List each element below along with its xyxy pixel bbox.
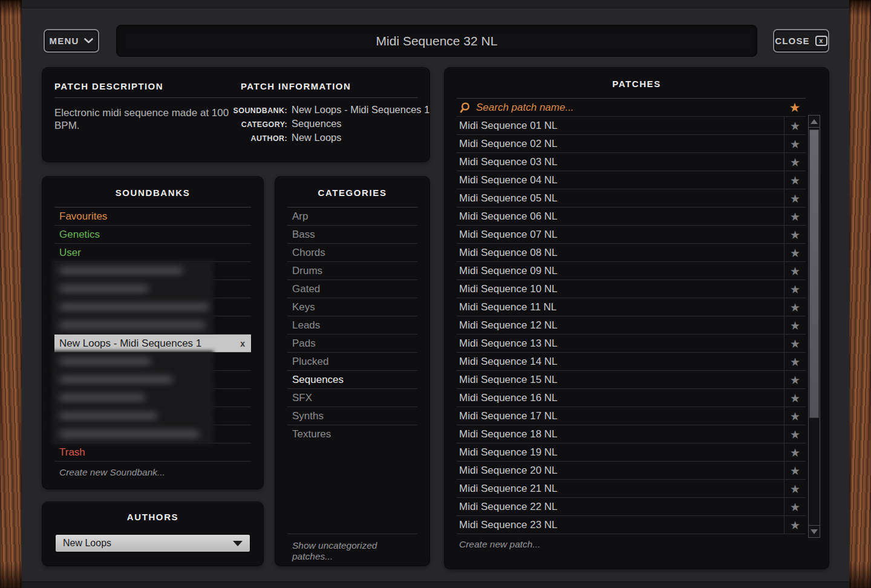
patch-name: Midi Sequence 04 NL (457, 174, 784, 186)
soundbank-item-favourites[interactable]: Favourites (54, 207, 251, 226)
patch-row[interactable]: Midi Sequence 13 NL★ (457, 335, 806, 353)
favourite-star-icon[interactable]: ★ (784, 153, 806, 171)
favourite-star-icon[interactable]: ★ (784, 135, 806, 152)
favourite-star-icon[interactable]: ★ (784, 335, 806, 352)
soundbank-label: SOUNDBANK: (194, 106, 292, 115)
patch-row[interactable]: Midi Sequence 11 NL★ (457, 298, 806, 316)
favourite-star-icon[interactable]: ★ (784, 480, 806, 497)
menu-button[interactable]: MENU (44, 29, 99, 53)
patch-row[interactable]: Midi Sequence 21 NL★ (457, 480, 806, 498)
blurred-soundbank-name (59, 412, 157, 420)
patch-row[interactable]: Midi Sequence 06 NL★ (457, 207, 806, 226)
category-item-drums[interactable]: Drums (287, 262, 417, 280)
category-item-arp[interactable]: Arp (287, 207, 417, 226)
category-item-plucked[interactable]: Plucked (287, 353, 417, 371)
category-item-synths[interactable]: Synths (287, 407, 417, 425)
create-patch-link[interactable]: Create new patch... (457, 534, 543, 550)
favourite-star-icon[interactable]: ★ (784, 117, 806, 134)
scroll-up-button[interactable] (808, 115, 820, 128)
category-item-keys[interactable]: Keys (287, 298, 417, 316)
soundbank-row-blurred[interactable] (54, 353, 251, 371)
favourite-star-icon[interactable]: ★ (784, 462, 806, 479)
category-item-chords[interactable]: Chords (287, 244, 417, 262)
soundbank-item-user[interactable]: User (54, 244, 251, 262)
favourite-star-icon[interactable]: ★ (784, 389, 806, 407)
soundbank-value: New Loops - Midi Sequences 1 (292, 104, 429, 116)
patch-row[interactable]: Midi Sequence 22 NL★ (457, 498, 806, 516)
favourite-star-icon[interactable]: ★ (784, 425, 806, 443)
category-item-sfx[interactable]: SFX (287, 389, 417, 407)
patch-row[interactable]: Midi Sequence 01 NL★ (457, 117, 806, 135)
patch-information-header: PATCH INFORMATION (241, 81, 351, 91)
blurred-soundbank-name (59, 285, 149, 293)
favourite-star-icon[interactable]: ★ (784, 407, 806, 425)
create-soundbank-link[interactable]: Create new Soundbank... (54, 462, 251, 478)
patch-row[interactable]: Midi Sequence 12 NL★ (457, 316, 806, 335)
blurred-soundbank-name (59, 303, 209, 311)
patch-row[interactable]: Midi Sequence 16 NL★ (457, 389, 806, 407)
soundbank-item-selected[interactable]: New Loops - Midi Sequences 1x (54, 335, 251, 353)
close-button[interactable]: CLOSE x (773, 29, 829, 53)
remove-soundbank-icon[interactable]: x (240, 339, 245, 348)
category-item-pads[interactable]: Pads (287, 335, 417, 353)
favourite-star-icon[interactable]: ★ (784, 244, 806, 261)
show-uncategorized-link[interactable]: Show uncategorized patches... (287, 534, 417, 562)
favourite-star-icon[interactable]: ★ (784, 226, 806, 243)
favourite-star-icon[interactable]: ★ (784, 207, 806, 225)
scrollbar-thumb[interactable] (809, 129, 819, 418)
soundbank-row-blurred[interactable] (54, 280, 251, 298)
soundbank-row-blurred[interactable] (54, 262, 251, 280)
patch-row[interactable]: Midi Sequence 02 NL★ (457, 135, 806, 153)
patch-row[interactable]: Midi Sequence 18 NL★ (457, 425, 806, 443)
category-item-leads[interactable]: Leads (287, 316, 417, 335)
favourite-star-icon[interactable]: ★ (784, 371, 806, 388)
patch-row[interactable]: Midi Sequence 17 NL★ (457, 407, 806, 425)
patch-row[interactable]: Midi Sequence 19 NL★ (457, 443, 806, 462)
favourite-star-icon[interactable]: ★ (784, 189, 806, 207)
category-item-sequences[interactable]: Sequences (287, 371, 417, 389)
favourite-star-icon[interactable]: ★ (784, 280, 806, 298)
favourite-star-icon[interactable]: ★ (784, 262, 806, 279)
soundbank-row-blurred[interactable] (54, 316, 251, 335)
soundbank-item-genetics[interactable]: Genetics (54, 226, 251, 244)
favourite-star-icon[interactable]: ★ (784, 316, 806, 334)
scroll-down-button[interactable] (808, 525, 820, 538)
patch-row[interactable]: Midi Sequence 20 NL★ (457, 462, 806, 480)
patches-header: PATCHES (445, 68, 829, 98)
menu-button-label: MENU (50, 36, 79, 46)
patch-name: Midi Sequence 16 NL (457, 392, 784, 404)
author-dropdown[interactable]: New Loops (56, 535, 250, 552)
category-item-bass[interactable]: Bass (287, 226, 417, 244)
favourite-star-icon[interactable]: ★ (784, 516, 806, 534)
favourite-star-icon[interactable]: ★ (784, 171, 806, 189)
patch-row[interactable]: Midi Sequence 10 NL★ (457, 280, 806, 298)
favourite-star-icon[interactable]: ★ (784, 443, 806, 461)
soundbank-row-blurred[interactable] (54, 425, 251, 443)
patch-row[interactable]: Midi Sequence 03 NL★ (457, 153, 806, 171)
search-input[interactable] (476, 102, 784, 114)
patch-row[interactable]: Midi Sequence 08 NL★ (457, 244, 806, 262)
category-item-gated[interactable]: Gated (287, 280, 417, 298)
patch-row[interactable]: Midi Sequence 04 NL★ (457, 171, 806, 189)
favourite-star-icon[interactable]: ★ (784, 298, 806, 316)
patch-row[interactable]: Midi Sequence 15 NL★ (457, 371, 806, 389)
soundbank-row-blurred[interactable] (54, 371, 251, 389)
category-item-textures[interactable]: Textures (287, 425, 417, 443)
patch-row[interactable]: Midi Sequence 23 NL★ (457, 516, 806, 534)
soundbank-row-blurred[interactable] (54, 389, 251, 407)
patch-row[interactable]: Midi Sequence 07 NL★ (457, 226, 806, 244)
favourites-filter-star-icon[interactable]: ★ (784, 100, 806, 115)
patch-title-display: Midi Sequence 32 NL (116, 25, 757, 57)
blurred-soundbank-name (59, 394, 145, 402)
favourite-star-icon[interactable]: ★ (784, 498, 806, 515)
patch-list-scrollbar[interactable] (808, 115, 820, 538)
soundbank-row-blurred[interactable] (54, 298, 251, 316)
patch-row[interactable]: Midi Sequence 09 NL★ (457, 262, 806, 280)
soundbank-item-trash[interactable]: Trash (54, 443, 251, 462)
patch-row[interactable]: Midi Sequence 14 NL★ (457, 353, 806, 371)
patch-name: Midi Sequence 21 NL (457, 483, 784, 495)
favourite-star-icon[interactable]: ★ (784, 353, 806, 370)
patch-row[interactable]: Midi Sequence 05 NL★ (457, 189, 806, 207)
patch-list-wrap: ★ Midi Sequence 01 NL★Midi Sequence 02 N… (457, 98, 806, 534)
soundbank-row-blurred[interactable] (54, 407, 251, 425)
